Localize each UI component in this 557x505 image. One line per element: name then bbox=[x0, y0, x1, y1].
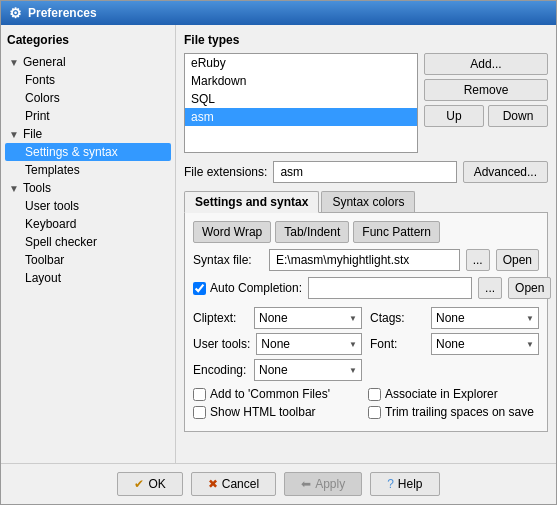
file-action-buttons: Add... Remove Up Down bbox=[424, 53, 548, 153]
syntax-file-input[interactable] bbox=[269, 249, 460, 271]
auto-completion-browse-btn[interactable]: ... bbox=[478, 277, 502, 299]
preferences-window: ⚙ Preferences Categories ▼ General Fonts… bbox=[0, 0, 557, 505]
file-ext-input[interactable] bbox=[273, 161, 456, 183]
sidebar-item-toolbar[interactable]: Toolbar bbox=[5, 251, 171, 269]
sidebar-item-general-label: General bbox=[23, 55, 66, 69]
show-html-checkbox[interactable] bbox=[193, 406, 206, 419]
advanced-button[interactable]: Advanced... bbox=[463, 161, 548, 183]
trim-trailing-check[interactable]: Trim trailing spaces on save bbox=[368, 405, 539, 419]
help-question-icon: ? bbox=[387, 477, 394, 491]
add-common-checkbox[interactable] bbox=[193, 388, 206, 401]
tab-bar: Settings and syntax Syntax colors bbox=[184, 191, 548, 213]
syntax-file-row: Syntax file: ... Open bbox=[193, 249, 539, 271]
add-common-check[interactable]: Add to 'Common Files' bbox=[193, 387, 364, 401]
sidebar-item-settings-syntax-label: Settings & syntax bbox=[25, 145, 118, 159]
up-button[interactable]: Up bbox=[424, 105, 484, 127]
user-tools-row: User tools: None ▼ bbox=[193, 333, 362, 355]
sidebar-item-layout-label: Layout bbox=[25, 271, 61, 285]
sub-tab-func-pattern[interactable]: Func Pattern bbox=[353, 221, 440, 243]
add-common-label: Add to 'Common Files' bbox=[210, 387, 330, 401]
tab-content-settings: Word Wrap Tab/Indent Func Pattern Syntax… bbox=[184, 213, 548, 432]
sidebar-header: Categories bbox=[5, 33, 171, 47]
font-label: Font: bbox=[370, 337, 425, 351]
cancel-x-icon: ✖ bbox=[208, 477, 218, 491]
apply-button[interactable]: ⬅ Apply bbox=[284, 472, 362, 496]
syntax-file-browse-btn[interactable]: ... bbox=[466, 249, 490, 271]
auto-completion-checkbox[interactable] bbox=[193, 282, 206, 295]
sidebar-item-general[interactable]: ▼ General bbox=[5, 53, 171, 71]
tab-settings-syntax[interactable]: Settings and syntax bbox=[184, 191, 319, 213]
trim-trailing-label: Trim trailing spaces on save bbox=[385, 405, 534, 419]
user-tools-field-label: User tools: bbox=[193, 337, 250, 351]
ok-button[interactable]: ✔ OK bbox=[117, 472, 182, 496]
up-down-buttons: Up Down bbox=[424, 105, 548, 127]
sidebar-item-templates-label: Templates bbox=[25, 163, 80, 177]
sub-tab-tab-indent[interactable]: Tab/Indent bbox=[275, 221, 349, 243]
auto-completion-row: Auto Completion: ... Open bbox=[193, 277, 539, 299]
sidebar-item-colors[interactable]: Colors bbox=[5, 89, 171, 107]
sidebar-item-templates[interactable]: Templates bbox=[5, 161, 171, 179]
main-panel: File types eRuby Markdown SQL asm Add...… bbox=[176, 25, 556, 463]
show-html-label: Show HTML toolbar bbox=[210, 405, 316, 419]
title-bar: ⚙ Preferences bbox=[1, 1, 556, 25]
remove-button[interactable]: Remove bbox=[424, 79, 548, 101]
ctags-value: None bbox=[436, 311, 465, 325]
font-select[interactable]: None ▼ bbox=[431, 333, 539, 355]
file-ext-row: File extensions: Advanced... bbox=[184, 161, 548, 183]
encoding-select[interactable]: None ▼ bbox=[254, 359, 362, 381]
sidebar-item-spell-checker[interactable]: Spell checker bbox=[5, 233, 171, 251]
user-tools-select[interactable]: None ▼ bbox=[256, 333, 362, 355]
tab-syntax-colors[interactable]: Syntax colors bbox=[321, 191, 415, 212]
section-title: File types bbox=[184, 33, 548, 47]
cliptext-select[interactable]: None ▼ bbox=[254, 307, 362, 329]
font-row: Font: None ▼ bbox=[370, 333, 539, 355]
window-icon: ⚙ bbox=[9, 5, 22, 21]
auto-completion-open-btn[interactable]: Open bbox=[508, 277, 551, 299]
trim-trailing-checkbox[interactable] bbox=[368, 406, 381, 419]
encoding-value: None bbox=[259, 363, 288, 377]
file-ext-label: File extensions: bbox=[184, 165, 267, 179]
checkboxes-grid: Add to 'Common Files' Associate in Explo… bbox=[193, 387, 539, 419]
sidebar-item-print[interactable]: Print bbox=[5, 107, 171, 125]
sidebar: Categories ▼ General Fonts Colors Print … bbox=[1, 25, 176, 463]
sidebar-item-colors-label: Colors bbox=[25, 91, 60, 105]
help-button[interactable]: ? Help bbox=[370, 472, 439, 496]
sidebar-item-fonts-label: Fonts bbox=[25, 73, 55, 87]
ok-label: OK bbox=[148, 477, 165, 491]
ctags-select[interactable]: None ▼ bbox=[431, 307, 539, 329]
sub-tab-word-wrap[interactable]: Word Wrap bbox=[193, 221, 271, 243]
assoc-explorer-check[interactable]: Associate in Explorer bbox=[368, 387, 539, 401]
file-item-asm[interactable]: asm bbox=[185, 108, 417, 126]
sidebar-item-file-label: File bbox=[23, 127, 42, 141]
auto-completion-check-label[interactable]: Auto Completion: bbox=[193, 281, 302, 295]
down-button[interactable]: Down bbox=[488, 105, 548, 127]
ctags-label: Ctags: bbox=[370, 311, 425, 325]
sidebar-item-toolbar-label: Toolbar bbox=[25, 253, 64, 267]
expand-arrow-file: ▼ bbox=[9, 129, 19, 140]
cancel-label: Cancel bbox=[222, 477, 259, 491]
syntax-file-label: Syntax file: bbox=[193, 253, 263, 267]
file-list[interactable]: eRuby Markdown SQL asm bbox=[184, 53, 418, 153]
sidebar-item-file[interactable]: ▼ File bbox=[5, 125, 171, 143]
assoc-explorer-checkbox[interactable] bbox=[368, 388, 381, 401]
sidebar-item-settings-syntax[interactable]: Settings & syntax bbox=[5, 143, 171, 161]
cancel-button[interactable]: ✖ Cancel bbox=[191, 472, 276, 496]
sidebar-item-spell-checker-label: Spell checker bbox=[25, 235, 97, 249]
add-button[interactable]: Add... bbox=[424, 53, 548, 75]
font-value: None bbox=[436, 337, 465, 351]
sidebar-item-user-tools[interactable]: User tools bbox=[5, 197, 171, 215]
syntax-file-open-btn[interactable]: Open bbox=[496, 249, 539, 271]
expand-arrow-tools: ▼ bbox=[9, 183, 19, 194]
expand-arrow-general: ▼ bbox=[9, 57, 19, 68]
sidebar-item-fonts[interactable]: Fonts bbox=[5, 71, 171, 89]
file-item-markdown[interactable]: Markdown bbox=[185, 72, 417, 90]
file-types-section: eRuby Markdown SQL asm Add... Remove Up … bbox=[184, 53, 548, 153]
sidebar-item-keyboard[interactable]: Keyboard bbox=[5, 215, 171, 233]
sidebar-item-keyboard-label: Keyboard bbox=[25, 217, 76, 231]
show-html-check[interactable]: Show HTML toolbar bbox=[193, 405, 364, 419]
sidebar-item-tools[interactable]: ▼ Tools bbox=[5, 179, 171, 197]
sidebar-item-layout[interactable]: Layout bbox=[5, 269, 171, 287]
file-item-sql[interactable]: SQL bbox=[185, 90, 417, 108]
file-item-eruby[interactable]: eRuby bbox=[185, 54, 417, 72]
auto-completion-input[interactable] bbox=[308, 277, 472, 299]
